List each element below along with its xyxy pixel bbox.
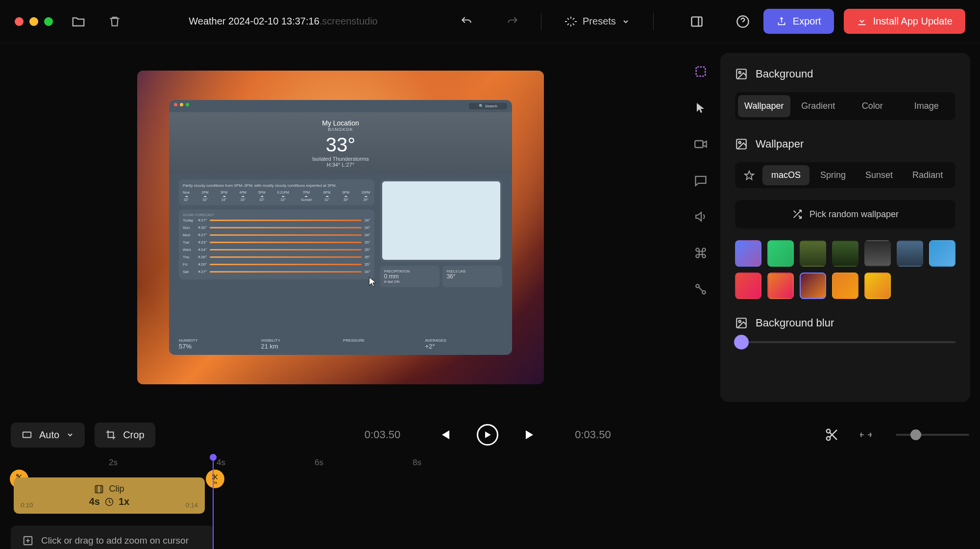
cut-button[interactable] bbox=[820, 423, 844, 447]
random-label: Pick random wallpaper bbox=[809, 209, 899, 220]
current-time-label: 0:03.50 bbox=[365, 428, 400, 441]
clip-label: Clip bbox=[109, 484, 124, 494]
svg-point-13 bbox=[739, 321, 741, 323]
svg-rect-14 bbox=[23, 432, 31, 438]
wallpaper-thumb-2[interactable] bbox=[800, 240, 826, 267]
export-icon bbox=[776, 16, 787, 27]
play-button[interactable] bbox=[477, 424, 498, 446]
shortcut-tool[interactable] bbox=[692, 244, 710, 262]
maximize-window-button[interactable] bbox=[44, 17, 53, 26]
audio-tool[interactable] bbox=[692, 208, 710, 225]
wallpaper-thumb-11[interactable] bbox=[864, 273, 891, 299]
clip-start: 0:10 bbox=[21, 501, 33, 509]
layout-toggle-button[interactable] bbox=[686, 11, 708, 32]
zoom-thumb[interactable] bbox=[910, 429, 921, 440]
crop-label: Crop bbox=[123, 429, 144, 441]
preview-pane: 🔍 Search My Location BANGKOK 33° Isolate… bbox=[0, 43, 681, 412]
random-wallpaper-button[interactable]: Pick random wallpaper bbox=[735, 200, 956, 228]
wallpaper-thumb-1[interactable] bbox=[767, 240, 794, 267]
wallpaper-thumb-9[interactable] bbox=[800, 273, 826, 299]
presets-button[interactable]: Presets bbox=[559, 16, 636, 27]
blur-slider-thumb[interactable] bbox=[734, 335, 749, 349]
time-tick: 8s bbox=[413, 458, 421, 468]
skip-forward-button[interactable] bbox=[523, 426, 540, 444]
skip-back-button[interactable] bbox=[435, 426, 452, 444]
wallpaper-thumb-5[interactable] bbox=[897, 240, 923, 267]
blur-section-title: Background blur bbox=[735, 317, 956, 329]
export-button[interactable]: Export bbox=[763, 9, 834, 34]
star-icon bbox=[744, 170, 755, 181]
clip-block[interactable]: Clip 4s 1x 0:10 0:14 bbox=[14, 477, 205, 514]
trash-icon[interactable] bbox=[104, 11, 125, 32]
wallpaper-thumb-8[interactable] bbox=[767, 273, 794, 299]
timeline[interactable]: 10s 5s 2s4s6s8s Clip 4s 1x 0:10 0: bbox=[11, 458, 969, 546]
minimize-window-button[interactable] bbox=[29, 17, 38, 26]
wallpaper-thumb-0[interactable] bbox=[735, 240, 761, 267]
weather-header: My Location BANGKOK 33° Isolated Thunder… bbox=[169, 112, 512, 175]
fit-button[interactable] bbox=[859, 428, 872, 441]
category-radiant[interactable]: Radiant bbox=[904, 165, 952, 185]
precipitation-map bbox=[382, 181, 500, 260]
svg-point-11 bbox=[739, 142, 741, 144]
background-type-tabs: WallpaperGradientColorImage bbox=[735, 92, 956, 120]
selection-tool[interactable] bbox=[692, 63, 710, 80]
wallpaper-thumb-6[interactable] bbox=[929, 240, 956, 267]
background-label: Background bbox=[756, 68, 813, 80]
time-tick: 2s bbox=[109, 458, 118, 468]
wallpaper-thumb-7[interactable] bbox=[735, 273, 761, 299]
bg-tab-color[interactable]: Color bbox=[846, 95, 899, 117]
wallpaper-thumb-10[interactable] bbox=[832, 273, 858, 299]
crop-button[interactable]: Crop bbox=[95, 423, 155, 448]
download-icon bbox=[857, 16, 867, 27]
category-macos[interactable]: macOS bbox=[762, 165, 809, 185]
svg-line-7 bbox=[699, 287, 703, 292]
connector-tool[interactable] bbox=[692, 280, 710, 298]
bg-tab-wallpaper[interactable]: Wallpaper bbox=[738, 95, 790, 117]
sparkle-icon bbox=[565, 16, 577, 27]
window-controls bbox=[15, 17, 53, 26]
close-window-button[interactable] bbox=[15, 17, 24, 26]
chevron-down-icon bbox=[66, 431, 74, 439]
divider bbox=[541, 13, 541, 30]
svg-rect-0 bbox=[691, 17, 702, 26]
category-spring[interactable]: Spring bbox=[811, 165, 855, 185]
wallpaper-thumb-4[interactable] bbox=[864, 240, 891, 267]
timeline-zoom-slider[interactable] bbox=[896, 434, 969, 436]
help-button[interactable] bbox=[732, 11, 754, 32]
total-time-label: 0:03.50 bbox=[575, 428, 611, 441]
camera-tool[interactable] bbox=[692, 135, 710, 153]
time-tick: 4s bbox=[217, 458, 225, 468]
image-icon bbox=[735, 68, 748, 80]
auto-label: Auto bbox=[39, 429, 59, 441]
install-update-button[interactable]: Install App Update bbox=[844, 9, 965, 34]
background-section-title: Background bbox=[735, 68, 956, 80]
blur-slider[interactable] bbox=[735, 341, 956, 343]
folder-icon[interactable] bbox=[68, 11, 89, 32]
undo-button[interactable] bbox=[456, 11, 477, 32]
current-temp: 33° bbox=[179, 134, 502, 156]
chat-tool[interactable] bbox=[692, 172, 710, 189]
time-ruler: 2s4s6s8s bbox=[11, 458, 969, 473]
wallpaper-section-title: Wallpaper bbox=[735, 138, 956, 150]
play-controls bbox=[435, 424, 540, 446]
svg-rect-4 bbox=[695, 141, 703, 148]
svg-rect-27 bbox=[96, 485, 103, 493]
bg-tab-gradient[interactable]: Gradient bbox=[792, 95, 845, 117]
properties-panel: Background WallpaperGradientColorImage W… bbox=[720, 53, 970, 402]
category-sunset[interactable]: Sunset bbox=[857, 165, 902, 185]
bg-tab-image[interactable]: Image bbox=[901, 95, 953, 117]
zoom-track[interactable]: Click or drag to add zoom on cursor bbox=[11, 525, 214, 549]
presets-label: Presets bbox=[583, 16, 616, 27]
svg-point-9 bbox=[739, 72, 741, 74]
top-toolbar: Weather 2024-02-10 13:37:16.screenstudio… bbox=[0, 0, 980, 43]
aspect-auto-button[interactable]: Auto bbox=[11, 423, 85, 448]
city-label: BANGKOK bbox=[179, 127, 502, 132]
condition-label: Isolated Thunderstorms bbox=[179, 156, 502, 162]
preview-frame[interactable]: 🔍 Search My Location BANGKOK 33° Isolate… bbox=[137, 71, 544, 384]
cursor-tool[interactable] bbox=[692, 99, 710, 117]
hilo-label: H:34° L:27° bbox=[179, 162, 502, 168]
redo-button[interactable] bbox=[502, 11, 523, 32]
favorites-button[interactable] bbox=[738, 166, 760, 185]
wallpaper-thumb-3[interactable] bbox=[832, 240, 858, 267]
install-label: Install App Update bbox=[873, 16, 953, 27]
